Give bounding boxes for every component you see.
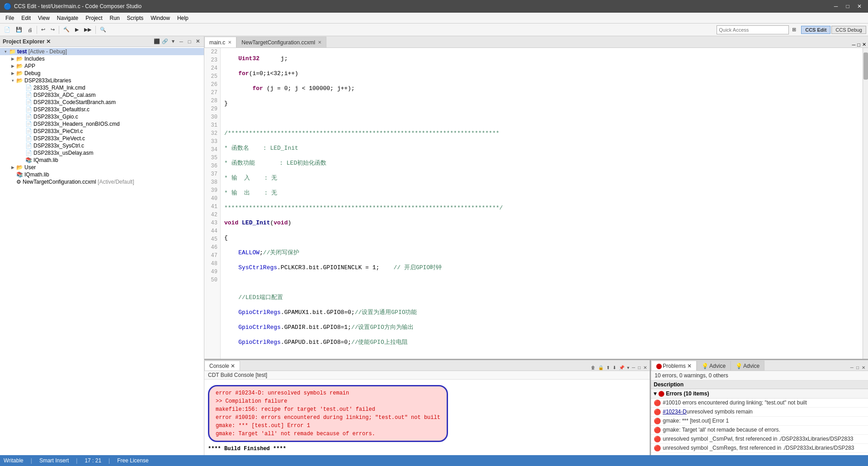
menu-window[interactable]: Window [147, 14, 174, 22]
console-output[interactable]: error #10234-D: unresolved symbols remai… [204, 380, 650, 455]
console-menu-button[interactable]: ▾ [626, 365, 630, 371]
tree-label-iqmath: IQmath.lib [24, 171, 49, 178]
console-scroll-down-button[interactable]: ⬇ [612, 365, 617, 371]
panel-maximize-button[interactable]: □ [186, 38, 193, 45]
run-button[interactable]: ▶▶ [82, 25, 94, 34]
tree-item-gpio[interactable]: 📄 DSP2833x_Gpio.c [0, 113, 204, 120]
tree-toggle-app[interactable]: ▶ [9, 64, 16, 68]
editor-vscroll-thumb[interactable] [863, 52, 868, 80]
tab-mainc[interactable]: main.c ✕ [204, 37, 236, 48]
grid-view-button[interactable]: ⊞ [790, 25, 798, 34]
panel-minimize-button[interactable]: ─ [178, 38, 185, 45]
tree-item-iqmath-sub[interactable]: 📚 IQmath.lib [0, 157, 204, 164]
tree-item-headers[interactable]: 📄 DSP2833x_Headers_nonBIOS.cmd [0, 120, 204, 128]
tree-item-piectrl[interactable]: 📄 DSP2833x_PieCtrl.c [0, 128, 204, 135]
editor-minimize-button[interactable]: ─ [852, 42, 856, 48]
tab-newtarget[interactable]: NewTargetConfiguration.ccxml ✕ [236, 37, 326, 48]
link-editor-button[interactable]: 🔗 [161, 38, 169, 45]
editor-maximize-button[interactable]: □ [857, 42, 860, 48]
close-button[interactable]: ✕ [854, 2, 864, 10]
undo-button[interactable]: ↩ [39, 25, 47, 34]
status-position-label: 17 : 21 [85, 457, 101, 464]
console-close-button[interactable]: ✕ [642, 365, 648, 371]
console-clear-button[interactable]: 🗑 [590, 365, 596, 371]
tree-item-user[interactable]: ▶ 📂 User [0, 164, 204, 171]
tree-item-defaultisr[interactable]: 📄 DSP2833x_DefaultIsr.c [0, 106, 204, 113]
menu-scripts[interactable]: Scripts [123, 14, 147, 22]
prob-item-3[interactable]: 🔴 gmake: *** [test.out] Error 1 [651, 417, 868, 426]
problems-count: 10 errors, 0 warnings, 0 others [655, 372, 728, 379]
menu-help[interactable]: Help [174, 14, 192, 22]
menu-navigate[interactable]: Navigate [53, 14, 82, 22]
new-button[interactable]: 📄 [2, 25, 13, 34]
code-editor[interactable]: 22 23 24 25 26 27 28 29 30 31 32 33 34 3… [204, 48, 868, 359]
problems-close-button[interactable]: ✕ [861, 365, 866, 371]
prob-item-6[interactable]: 🔴 unresolved symbol _CsmRegs, first refe… [651, 444, 868, 453]
left-panel: Project Explorer ✕ ⬛ 🔗 ▾ ─ □ ✕ ▾ 📁 test … [0, 36, 204, 455]
tree-item-sysctrl[interactable]: 📄 DSP2833x_SysCtrl.c [0, 142, 204, 149]
minimize-button[interactable]: ─ [831, 2, 841, 10]
save-button[interactable]: 💾 [14, 25, 24, 34]
errors-group-toggle[interactable]: ▾ [654, 390, 656, 397]
console-minimize-button[interactable]: ─ [631, 365, 636, 371]
tree-item-adc[interactable]: 📄 DSP2833x_ADC_cal.asm [0, 91, 204, 99]
tree-toggle-debug[interactable]: ▶ [9, 71, 16, 76]
advice-tab-1[interactable]: 💡 Advice [697, 361, 731, 371]
menu-project[interactable]: Project [82, 14, 106, 22]
tree-item-debug[interactable]: ▶ 📂 Debug [0, 70, 204, 77]
tree-item-usdelay[interactable]: 📄 DSP2833x_usDelay.asm [0, 149, 204, 157]
editor-close-button[interactable]: ✕ [862, 42, 866, 48]
menu-run[interactable]: Run [106, 14, 123, 22]
prob-link-10234[interactable]: #10234-D [663, 409, 687, 415]
prob-item-5[interactable]: 🔴 unresolved symbol _CsmPwl, first refer… [651, 435, 868, 444]
maximize-button[interactable]: □ [843, 2, 853, 10]
ccs-edit-perspective-button[interactable]: CCS Edit [801, 26, 830, 34]
tree-toggle-user[interactable]: ▶ [9, 165, 16, 170]
panel-menu-button[interactable]: ▾ [170, 38, 177, 45]
project-explorer-title: Project Explorer ✕ [3, 38, 153, 45]
tree-item-iqmath[interactable]: 📚 IQmath.lib [0, 171, 204, 178]
debug-button[interactable]: ▶ [73, 25, 81, 34]
tree-toggle-root[interactable]: ▾ [2, 49, 9, 54]
tree-toggle-includes[interactable]: ▶ [9, 57, 16, 61]
console-scroll-lock-button[interactable]: 🔒 [597, 365, 604, 371]
console-tab[interactable]: Console ✕ [204, 361, 240, 371]
problems-minimize-button[interactable]: ─ [849, 365, 854, 371]
problems-maximize-button[interactable]: □ [855, 365, 860, 371]
prob-item-4[interactable]: 🔴 gmake: Target 'all' not remade because… [651, 426, 868, 435]
menu-edit[interactable]: Edit [18, 14, 34, 22]
prob-item-1[interactable]: 🔴 #10010 errors encountered during linki… [651, 399, 868, 408]
problems-tab[interactable]: ⬤ Problems ✕ [651, 361, 697, 371]
build-button[interactable]: 🔨 [61, 25, 72, 34]
tree-toggle-dsplib[interactable]: ▾ [9, 78, 16, 83]
console-maximize-button[interactable]: □ [637, 365, 642, 371]
tree-item-28335ram[interactable]: 📄 28335_RAM_lnk.cmd [0, 84, 204, 91]
editor-vscroll[interactable] [863, 48, 868, 359]
advice-tab-2[interactable]: 💡 Advice [731, 361, 764, 371]
console-scroll-up-button[interactable]: ⬆ [605, 365, 611, 371]
panel-close-button[interactable]: ✕ [194, 38, 201, 45]
code-line-26 [224, 114, 859, 123]
errors-group[interactable]: ▾ ⬤ Errors (10 items) [651, 389, 868, 399]
tree-item-dsplib[interactable]: ▾ 📂 DSP2833xLibraries [0, 77, 204, 84]
redo-button[interactable]: ↪ [48, 25, 57, 34]
tab-newtarget-close[interactable]: ✕ [318, 40, 321, 45]
tree-item-newtarget[interactable]: ⚙ NewTargetConfiguration.ccxml [Active/D… [0, 178, 204, 185]
tree-item-app[interactable]: ▶ 📂 APP [0, 62, 204, 70]
collapse-all-button[interactable]: ⬛ [153, 38, 160, 45]
menu-view[interactable]: View [34, 14, 53, 22]
tree-item-codestart[interactable]: 📄 DSP2833x_CodeStartBranch.asm [0, 99, 204, 106]
search-button[interactable]: 🔍 [98, 25, 108, 34]
print-button[interactable]: 🖨 [25, 26, 35, 34]
code-line-34: { [224, 234, 859, 242]
tree-item-pievect[interactable]: 📄 DSP2833x_PieVect.c [0, 135, 204, 142]
console-pin-button[interactable]: 📌 [618, 365, 625, 371]
menu-file[interactable]: File [2, 14, 18, 22]
tree-item-includes[interactable]: ▶ 📂 Includes [0, 55, 204, 62]
ccs-debug-perspective-button[interactable]: CCS Debug [831, 26, 866, 34]
tree-root-test[interactable]: ▾ 📁 test [Active - Debug] [0, 48, 204, 55]
prob-item-2[interactable]: 🔴 #10234-D unresolved symbols remain [651, 408, 868, 417]
code-content[interactable]: Uint32 j; for(i=0;i<32;i++) for (j = 0; … [221, 48, 863, 359]
tab-mainc-close[interactable]: ✕ [228, 40, 231, 45]
quick-access-input[interactable] [717, 25, 789, 34]
